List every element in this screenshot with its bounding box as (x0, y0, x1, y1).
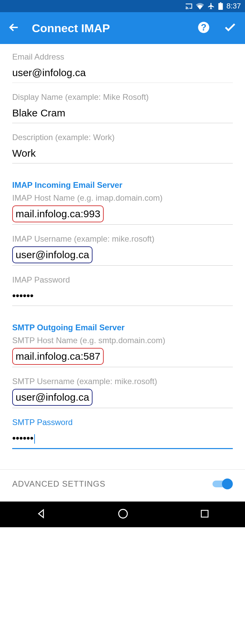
description-input[interactable] (12, 146, 233, 163)
app-bar: Connect IMAP ? (0, 12, 245, 44)
nav-back-button[interactable] (35, 508, 47, 521)
toggle-thumb (222, 479, 233, 489)
status-time: 8:37 (226, 2, 241, 10)
smtp-user-field-group: SMTP Username (example: mike.rosoft) use… (12, 377, 233, 408)
svg-point-5 (119, 509, 128, 518)
imap-host-label: IMAP Host Name (e.g. imap.domain.com) (12, 193, 233, 203)
smtp-section-header: SMTP Outgoing Email Server (12, 323, 233, 332)
email-label: Email Address (12, 52, 233, 62)
status-bar: 8:37 (0, 0, 245, 12)
display-name-label: Display Name (example: Mike Rosoft) (12, 92, 233, 102)
nav-home-button[interactable] (117, 508, 129, 521)
imap-pass-field-group: IMAP Password (12, 275, 233, 306)
nav-recent-button[interactable] (200, 509, 210, 520)
smtp-user-input[interactable]: user@infolog.ca (12, 389, 93, 406)
smtp-host-field-group: SMTP Host Name (e.g. smtp.domain.com) ma… (12, 336, 233, 367)
imap-user-field-group: IMAP Username (example: mike.rosoft) use… (12, 234, 233, 266)
display-name-input[interactable] (12, 105, 233, 123)
smtp-pass-label: SMTP Password (12, 418, 233, 427)
email-field-group: Email Address (12, 52, 233, 83)
imap-pass-label: IMAP Password (12, 275, 233, 285)
smtp-pass-value: •••••• (12, 432, 34, 444)
smtp-host-input[interactable]: mail.infolog.ca:587 (12, 348, 104, 365)
svg-point-0 (186, 9, 186, 9)
form-content: Email Address Display Name (example: Mik… (0, 44, 245, 449)
back-button[interactable] (8, 22, 28, 35)
description-field-group: Description (example: Work) (12, 133, 233, 163)
smtp-pass-field-group: SMTP Password •••••• (12, 418, 233, 449)
page-title: Connect IMAP (28, 22, 198, 35)
android-nav-bar (0, 502, 245, 527)
email-input[interactable] (12, 65, 233, 83)
svg-rect-6 (201, 510, 208, 517)
imap-pass-input[interactable] (12, 288, 233, 306)
imap-user-label: IMAP Username (example: mike.rosoft) (12, 234, 233, 244)
description-label: Description (example: Work) (12, 133, 233, 142)
imap-host-field-group: IMAP Host Name (e.g. imap.domain.com) ma… (12, 193, 233, 225)
battery-icon (218, 2, 223, 10)
smtp-user-label: SMTP Username (example: mike.rosoft) (12, 377, 233, 386)
svg-text:?: ? (201, 22, 207, 32)
wifi-icon (196, 3, 204, 9)
advanced-settings-label: ADVANCED SETTINGS (12, 479, 105, 489)
imap-user-input[interactable]: user@infolog.ca (12, 246, 93, 263)
svg-rect-2 (220, 2, 221, 3)
smtp-host-label: SMTP Host Name (e.g. smtp.domain.com) (12, 336, 233, 345)
svg-rect-1 (219, 3, 223, 10)
imap-host-input[interactable]: mail.infolog.ca:993 (12, 205, 104, 222)
airplane-icon (207, 2, 215, 10)
help-button[interactable]: ? (198, 21, 210, 35)
display-name-field-group: Display Name (example: Mike Rosoft) (12, 92, 233, 123)
cast-icon (185, 3, 192, 9)
smtp-pass-input[interactable]: •••••• (12, 430, 233, 449)
text-cursor (34, 434, 35, 444)
advanced-settings-row[interactable]: ADVANCED SETTINGS (0, 470, 245, 498)
imap-section-header: IMAP Incoming Email Server (12, 180, 233, 190)
confirm-button[interactable] (223, 21, 237, 36)
advanced-toggle[interactable] (212, 478, 233, 490)
